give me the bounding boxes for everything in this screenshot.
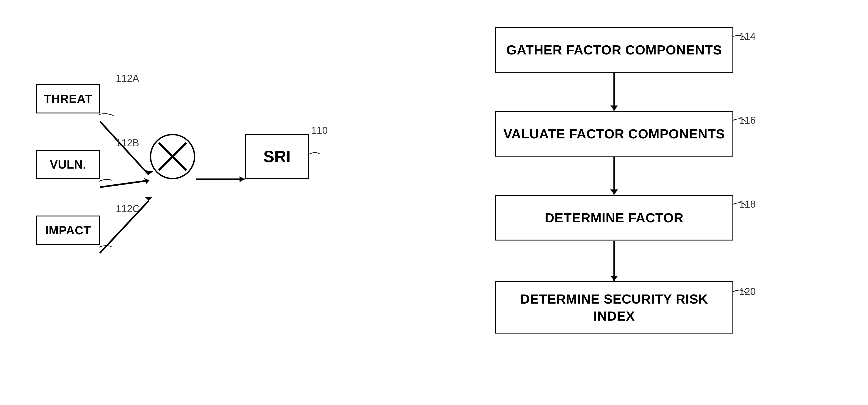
left-diagram: THREAT VULN. IMPACT SRI 112A 112B (18, 34, 359, 352)
ref-114: 114 (739, 31, 755, 42)
vuln-label: VULN. (50, 158, 87, 171)
svg-marker-15 (610, 276, 618, 281)
ref-112c: 112C (116, 203, 140, 214)
sri-label: SRI (264, 147, 290, 166)
impact-label: IMPACT (45, 224, 91, 237)
diagram-container: THREAT VULN. IMPACT SRI 112A 112B (0, 0, 868, 405)
ref-118: 118 (739, 199, 755, 210)
svg-marker-11 (610, 105, 618, 110)
ref-120: 120 (739, 286, 755, 297)
impact-box: IMPACT (36, 215, 100, 245)
determine-sri-box: DETERMINE SECURITY RISK INDEX (495, 281, 733, 334)
gather-factor-label: GATHER FACTOR COMPONENTS (506, 41, 722, 58)
svg-marker-5 (145, 197, 152, 201)
determine-sri-label: DETERMINE SECURITY RISK INDEX (500, 291, 728, 325)
vuln-box: VULN. (36, 150, 100, 179)
right-diagram: GATHER FACTOR COMPONENTS VALUATE FACTOR … (477, 13, 840, 390)
determine-factor-box: DETERMINE FACTOR (495, 195, 733, 240)
multiply-circle (150, 134, 195, 179)
ref-112b: 112B (116, 137, 139, 148)
sri-box: SRI (245, 134, 309, 179)
determine-factor-label: DETERMINE FACTOR (545, 209, 683, 226)
svg-marker-3 (144, 178, 149, 184)
ref-116: 116 (739, 114, 755, 126)
threat-label: THREAT (44, 92, 92, 105)
svg-marker-13 (610, 190, 618, 195)
valuate-factor-label: VALUATE FACTOR COMPONENTS (503, 125, 725, 142)
threat-box: THREAT (36, 84, 100, 113)
svg-marker-7 (240, 176, 245, 182)
valuate-factor-box: VALUATE FACTOR COMPONENTS (495, 111, 733, 157)
svg-marker-1 (144, 170, 153, 175)
svg-line-2 (100, 180, 149, 187)
gather-factor-box: GATHER FACTOR COMPONENTS (495, 27, 733, 73)
ref-112a: 112A (116, 73, 139, 84)
ref-110: 110 (311, 125, 328, 136)
